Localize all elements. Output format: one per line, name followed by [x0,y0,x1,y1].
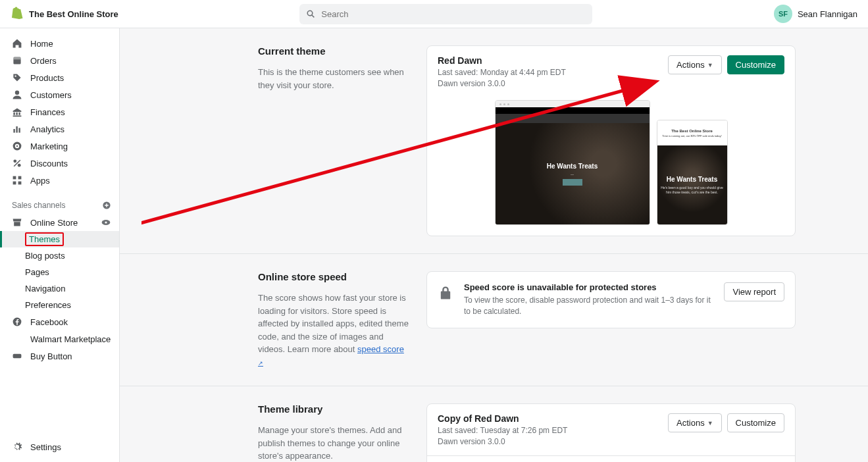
store-icon [12,217,22,228]
theme-version: Dawn version 3.0.0 [438,437,567,446]
section-description: This is the theme customers see when the… [258,66,409,91]
sidebar-item-discounts[interactable]: Discounts [0,155,119,172]
avatar: SF [774,5,792,23]
theme-preview: He Wants Treats — The Best Online Store … [427,95,795,236]
sidebar-item-customers[interactable]: Customers [0,86,119,103]
svg-rect-1 [13,57,20,59]
sidebar-item-home[interactable]: Home [0,35,119,52]
sidebar-subitem-blog-posts[interactable]: Blog posts [0,247,119,264]
theme-name: Red Dawn [438,55,668,66]
discounts-icon [12,158,22,168]
buy-button-icon [12,351,22,361]
sidebar-item-walmart[interactable]: Walmart Marketplace [0,330,119,347]
sidebar-item-label: Buy Button [30,351,72,361]
theme-last-saved: Last saved: Monday at 4:44 pm EDT [438,68,668,77]
sidebar-item-label: Customers [30,90,72,100]
svg-rect-15 [18,182,22,185]
sidebar-item-label: Navigation [25,284,65,294]
search-input[interactable] [321,9,586,19]
speed-card-description: To view the score, disable password prot… [464,295,713,317]
actions-button[interactable]: Actions ▼ [668,413,722,432]
current-theme-section: Current theme This is the theme customer… [120,28,868,254]
sidebar-item-label: Apps [30,176,50,186]
speed-card: Speed score is unavailable for protected… [426,271,796,328]
top-bar: The Best Online Store SF Sean Flannigan [0,0,868,28]
sidebar-item-analytics[interactable]: Analytics [0,120,119,138]
svg-point-2 [14,75,16,76]
sales-channels-header: Sales channels [0,197,119,214]
analytics-icon [12,124,22,134]
svg-rect-6 [18,128,20,132]
svg-point-10 [13,159,16,163]
shopify-logo-icon [11,7,24,21]
sidebar-item-label: Online Store [30,218,78,228]
sidebar-subitem-themes[interactable]: Themes [0,231,119,247]
sidebar-item-facebook[interactable]: Facebook [0,313,119,330]
sidebar-item-apps[interactable]: Apps [0,172,119,189]
sidebar-item-label: Finances [30,107,65,117]
logo-area[interactable]: The Best Online Store [11,7,118,21]
svg-rect-13 [18,176,22,180]
sidebar-item-label: Settings [30,442,61,452]
mobile-preview: The Best Online Store Time is running ou… [657,120,728,225]
user-name: Sean Flannigan [798,9,857,19]
section-title: Theme library [258,403,409,415]
svg-rect-5 [16,126,17,133]
view-report-button[interactable]: View report [724,282,784,301]
sidebar-item-finances[interactable]: Finances [0,103,119,120]
walmart-icon [12,334,22,344]
svg-rect-4 [13,129,14,133]
sidebar-item-label: Pages [25,267,49,277]
sidebar-item-orders[interactable]: Orders [0,52,119,69]
home-icon [12,38,22,49]
sidebar-item-label: Discounts [30,159,68,168]
customize-button[interactable]: Customize [727,55,784,74]
theme-name: Copy of Red Dawn [438,413,567,424]
svg-point-9 [16,145,18,147]
chevron-down-icon: ▼ [707,62,713,68]
theme-version: Dawn version 3.0.0 [438,79,668,88]
products-icon [12,72,22,83]
sidebar-subitem-navigation[interactable]: Navigation [0,280,119,297]
svg-point-18 [105,221,107,223]
sidebar-subitem-pages[interactable]: Pages [0,264,119,280]
theme-library-section: Theme library Manage your store's themes… [120,386,868,462]
desktop-preview: He Wants Treats — [495,100,650,225]
sidebar-item-buy-button[interactable]: Buy Button [0,347,119,365]
customers-icon [12,90,22,100]
store-name: The Best Online Store [29,9,118,19]
search-box[interactable] [299,4,592,24]
marketing-icon [12,141,22,151]
plus-icon[interactable] [102,201,111,210]
sidebar-item-products[interactable]: Products [0,69,119,86]
sidebar-item-marketing[interactable]: Marketing [0,138,119,155]
customize-button[interactable]: Customize [727,413,784,432]
current-theme-card: Red Dawn Last saved: Monday at 4:44 pm E… [426,45,796,236]
search-icon [306,9,316,19]
sidebar-item-label: Home [30,39,53,49]
theme-last-saved: Last saved: Tuesday at 7:26 pm EDT [438,426,567,435]
lock-icon [438,285,453,301]
sidebar-item-label: Blog posts [25,251,65,261]
section-description: The score shows how fast your store is l… [258,292,409,369]
library-theme-item: Simple Last saved: Mar 10 at 5:09 pm EST… [427,456,795,462]
main-content: Current theme This is the theme customer… [120,28,868,462]
svg-rect-12 [13,176,16,180]
sidebar-item-label: Marketing [30,141,68,151]
sidebar-subitem-preferences[interactable]: Preferences [0,297,119,313]
section-description: Manage your store's themes. Add and publ… [258,424,409,462]
theme-library-card: Copy of Red Dawn Last saved: Tuesday at … [426,403,796,462]
sidebar-item-online-store[interactable]: Online Store [0,214,119,231]
user-menu[interactable]: SF Sean Flannigan [774,5,857,23]
sidebar-item-label: Walmart Marketplace [30,334,111,344]
svg-rect-20 [13,354,22,358]
gear-icon [12,442,22,452]
facebook-icon [12,317,22,327]
orders-icon [12,55,22,66]
actions-button[interactable]: Actions ▼ [668,55,722,74]
sidebar-item-settings[interactable]: Settings [0,438,119,455]
section-title: Current theme [258,45,409,57]
eye-icon[interactable] [101,217,111,228]
chevron-down-icon: ▼ [707,420,713,426]
sidebar: Home Orders Products Customers Finances … [0,28,120,462]
